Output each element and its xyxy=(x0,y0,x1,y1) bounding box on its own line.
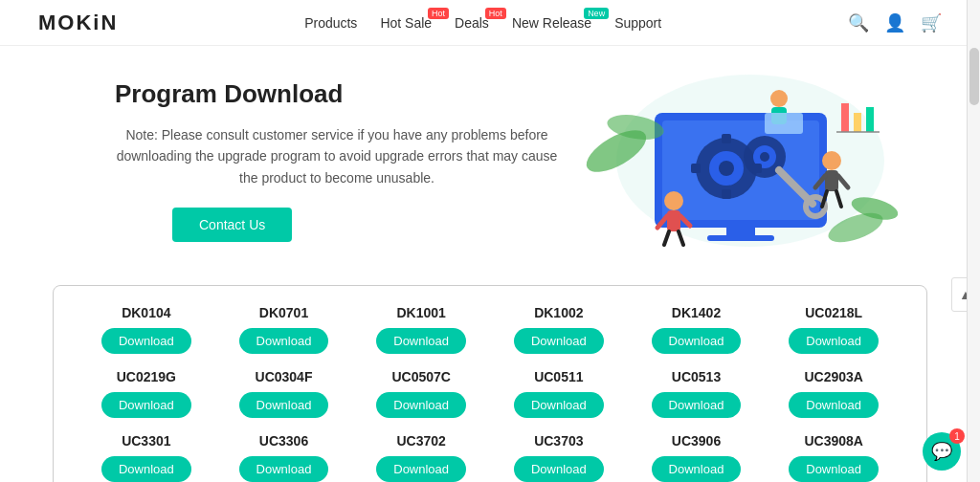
product-name: UC0507C xyxy=(391,369,450,384)
svg-line-21 xyxy=(664,231,669,245)
product-name: UC3301 xyxy=(122,433,170,449)
svg-rect-33 xyxy=(854,113,861,132)
download-button[interactable]: Download xyxy=(652,392,742,418)
nav-hot-sale[interactable]: Hot Sale Hot xyxy=(380,15,432,31)
product-cell: DK1002Download xyxy=(495,305,623,354)
download-button[interactable]: Download xyxy=(789,392,879,418)
download-button[interactable]: Download xyxy=(789,456,879,482)
download-button[interactable]: Download xyxy=(789,328,879,354)
scrollbar[interactable] xyxy=(967,0,980,482)
header: MOKiN Products Hot Sale Hot Deals Hot Ne… xyxy=(0,0,980,46)
hero-text: Program Download Note: Please consult cu… xyxy=(115,79,559,242)
product-name: UC3906 xyxy=(672,433,721,449)
nav-new-release[interactable]: New Release New xyxy=(512,15,591,31)
svg-rect-24 xyxy=(825,170,838,191)
svg-rect-18 xyxy=(667,210,680,231)
product-cell: UC3908ADownload xyxy=(769,433,898,482)
product-name: DK1001 xyxy=(396,305,445,320)
hero-section: Program Download Note: Please consult cu… xyxy=(0,46,980,275)
product-cell: UC0219GDownload xyxy=(82,369,211,418)
page-title: Program Download xyxy=(115,79,559,109)
product-name: UC3703 xyxy=(534,433,583,449)
svg-rect-32 xyxy=(841,103,849,132)
svg-rect-31 xyxy=(765,113,803,134)
product-name: DK0701 xyxy=(259,305,308,320)
download-section: DK0104DownloadDK0701DownloadDK1001Downlo… xyxy=(53,285,927,482)
deals-badge: Hot xyxy=(485,8,506,19)
svg-rect-9 xyxy=(722,134,731,143)
product-cell: DK0701Download xyxy=(220,305,348,354)
svg-rect-11 xyxy=(691,164,701,173)
download-button[interactable]: Download xyxy=(101,456,191,482)
svg-point-29 xyxy=(770,90,788,107)
chat-badge: 1 xyxy=(949,428,965,444)
download-button[interactable]: Download xyxy=(652,456,742,482)
chat-bubble[interactable]: 💬 1 xyxy=(923,432,961,471)
svg-rect-10 xyxy=(722,189,731,199)
product-name: UC0511 xyxy=(534,369,583,384)
download-button[interactable]: Download xyxy=(652,328,742,354)
download-button[interactable]: Download xyxy=(376,392,466,418)
product-cell: UC3702Download xyxy=(357,433,485,482)
svg-point-23 xyxy=(822,151,841,170)
product-name: DK1402 xyxy=(672,305,721,320)
product-cell: UC3306Download xyxy=(220,433,348,482)
download-button[interactable]: Download xyxy=(514,456,604,482)
product-grid: DK0104DownloadDK0701DownloadDK1001Downlo… xyxy=(82,305,898,482)
product-cell: DK0104Download xyxy=(82,305,211,354)
logo[interactable]: MOKiN xyxy=(38,11,118,35)
product-cell: UC3703Download xyxy=(495,433,623,482)
contact-us-button[interactable]: Contact Us xyxy=(172,208,292,242)
svg-point-5 xyxy=(719,161,734,176)
nav: Products Hot Sale Hot Deals Hot New Rele… xyxy=(304,15,661,31)
hot-sale-badge: Hot xyxy=(428,8,449,19)
product-cell: UC2903ADownload xyxy=(769,369,898,418)
product-cell: UC0513Download xyxy=(633,369,761,418)
product-cell: DK1402Download xyxy=(633,305,761,354)
product-name: DK0104 xyxy=(122,305,170,320)
cart-icon[interactable]: 🛒 xyxy=(921,12,942,33)
download-button[interactable]: Download xyxy=(514,392,604,418)
product-cell: UC3301Download xyxy=(82,433,211,482)
search-icon[interactable]: 🔍 xyxy=(848,12,869,33)
nav-deals[interactable]: Deals Hot xyxy=(455,15,489,31)
product-name: UC2903A xyxy=(804,369,862,384)
product-cell: UC0507CDownload xyxy=(357,369,485,418)
nav-products[interactable]: Products xyxy=(304,15,357,31)
product-name: UC0304F xyxy=(256,369,313,384)
hero-note: Note: Please consult customer service if… xyxy=(115,124,559,188)
nav-support[interactable]: Support xyxy=(614,15,661,31)
svg-point-17 xyxy=(664,191,683,210)
svg-point-8 xyxy=(760,152,769,162)
product-name: UC3306 xyxy=(259,433,308,449)
product-name: UC0513 xyxy=(672,369,721,384)
download-button[interactable]: Download xyxy=(101,392,191,418)
product-name: UC3702 xyxy=(396,433,445,449)
scrollbar-thumb[interactable] xyxy=(969,48,979,105)
download-button[interactable]: Download xyxy=(376,328,466,354)
product-cell: UC0218LDownload xyxy=(769,305,898,354)
download-button[interactable]: Download xyxy=(239,328,329,354)
download-button[interactable]: Download xyxy=(239,392,329,418)
product-name: DK1002 xyxy=(534,305,583,320)
user-icon[interactable]: 👤 xyxy=(884,12,905,33)
product-cell: DK1001Download xyxy=(357,305,485,354)
product-name: UC3908A xyxy=(804,433,862,449)
svg-rect-12 xyxy=(752,164,762,173)
svg-rect-34 xyxy=(866,107,874,132)
download-button[interactable]: Download xyxy=(239,456,329,482)
product-name: UC0219G xyxy=(117,369,176,384)
chat-icon: 💬 xyxy=(931,441,952,462)
product-cell: UC0304FDownload xyxy=(220,369,348,418)
product-cell: UC3906Download xyxy=(633,433,761,482)
product-cell: UC0511Download xyxy=(495,369,623,418)
header-icons: 🔍 👤 🛒 xyxy=(848,12,942,33)
hero-illustration xyxy=(559,65,903,256)
download-button[interactable]: Download xyxy=(514,328,604,354)
download-button[interactable]: Download xyxy=(101,328,191,354)
download-button[interactable]: Download xyxy=(376,456,466,482)
new-release-badge: New xyxy=(584,8,609,19)
product-name: UC0218L xyxy=(805,305,862,320)
svg-rect-14 xyxy=(707,235,774,241)
